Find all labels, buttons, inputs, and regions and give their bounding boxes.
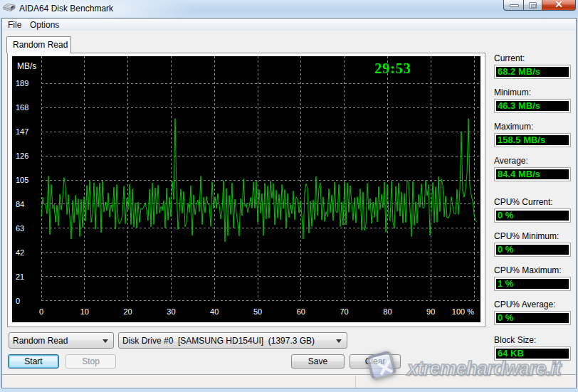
svg-text:10: 10 <box>80 307 89 316</box>
svg-text:189: 189 <box>16 79 28 88</box>
svg-text:0: 0 <box>16 297 20 305</box>
svg-text:50: 50 <box>253 307 262 316</box>
svg-text:30: 30 <box>167 307 175 316</box>
svg-text:147: 147 <box>16 127 28 136</box>
svg-text:60: 60 <box>297 307 305 316</box>
svg-text:21: 21 <box>16 272 24 281</box>
svg-text:126: 126 <box>16 152 28 160</box>
svg-text:42: 42 <box>16 248 24 257</box>
svg-text:105: 105 <box>16 176 28 184</box>
svg-text:70: 70 <box>340 307 348 316</box>
svg-text:168: 168 <box>16 103 28 112</box>
svg-text:80: 80 <box>383 307 392 316</box>
svg-text:40: 40 <box>210 307 219 316</box>
svg-text:100 %: 100 % <box>452 307 474 316</box>
svg-text:0: 0 <box>39 307 43 316</box>
svg-text:84: 84 <box>16 200 24 208</box>
svg-text:90: 90 <box>426 307 435 316</box>
svg-text:63: 63 <box>16 224 24 233</box>
svg-text:20: 20 <box>123 307 132 316</box>
